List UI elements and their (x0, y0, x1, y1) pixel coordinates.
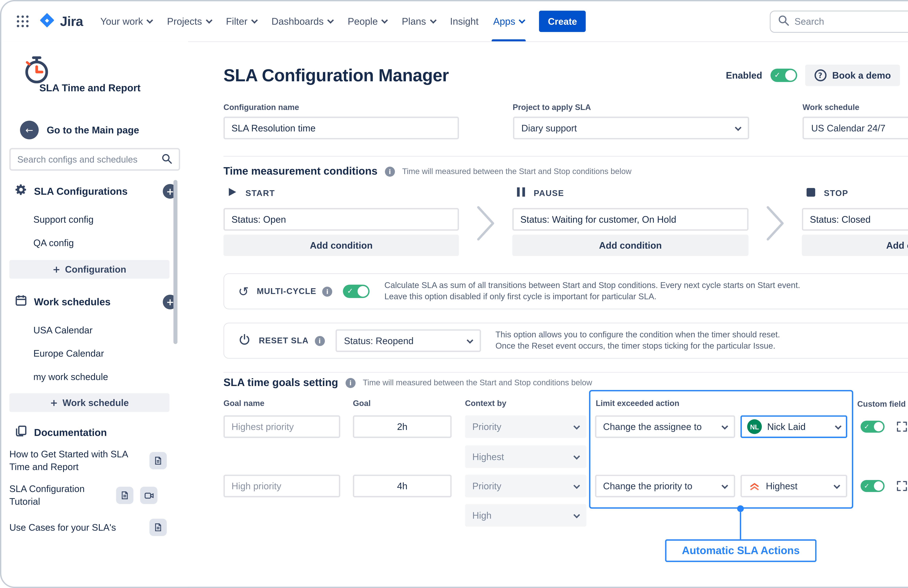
priority-highest-icon (749, 480, 760, 492)
doc-link-get-started[interactable]: How to Get Started with SLA Time and Rep… (9, 448, 179, 474)
goal-name-input-row2[interactable] (224, 475, 340, 498)
add-work-schedule-button[interactable]: + Work schedule (9, 393, 169, 412)
documents-icon (15, 425, 27, 440)
assignee-avatar: NL (747, 419, 762, 434)
add-configuration-button[interactable]: + Configuration (9, 260, 169, 279)
start-condition-panel: START Add condition (224, 187, 459, 256)
chevron-down-icon (721, 423, 728, 429)
search-input[interactable] (794, 16, 908, 27)
reset-sla-label: RESET SLA (259, 336, 309, 345)
sla-app-name: SLA Time and Report (39, 82, 140, 93)
sidebar-item-europe-calendar[interactable]: Europe Calendar (34, 348, 104, 359)
goal-value-input-row2[interactable] (353, 475, 452, 498)
chevron-down-icon (573, 453, 580, 459)
multi-cycle-toggle[interactable]: ✓ (343, 285, 370, 298)
doc-link-use-cases[interactable]: Use Cases for your SLA's (9, 519, 179, 536)
article-icon (150, 519, 167, 536)
start-add-condition-button[interactable]: Add condition (224, 235, 459, 256)
article-icon (116, 487, 134, 504)
chevron-down-icon (734, 124, 741, 130)
stop-add-condition-button[interactable]: Add condition (802, 235, 908, 256)
custom-field-toggle-row1[interactable]: ✓ (861, 421, 885, 433)
context-value-select-row1[interactable]: Highest (465, 445, 586, 468)
assignee-select-row1[interactable]: NLNick Laid (741, 415, 847, 438)
divider (224, 156, 908, 157)
sidebar-scrollbar[interactable] (174, 180, 177, 344)
info-icon[interactable]: i (345, 378, 356, 388)
nav-projects[interactable]: Projects (160, 1, 218, 41)
gear-icon (15, 183, 27, 199)
enabled-toggle[interactable]: ✓ (770, 69, 797, 82)
nav-your-work[interactable]: Your work (94, 1, 159, 41)
chevron-down-icon (834, 482, 840, 488)
chevron-down-icon (573, 511, 580, 518)
app-switcher-icon[interactable] (12, 11, 34, 32)
custom-field-toggle-row2[interactable]: ✓ (861, 480, 885, 492)
book-demo-button[interactable]: ? Book a demo (805, 64, 900, 86)
top-navigation: Jira Your work Projects Filter Dashboard… (1, 1, 908, 41)
pause-condition-panel: PAUSE Add condition (512, 187, 749, 256)
doc-link-configuration-tutorial[interactable]: SLA Configuration Tutorial (9, 483, 179, 508)
nav-apps[interactable]: Apps (486, 1, 531, 41)
chevron-down-icon (382, 17, 388, 23)
jira-logo-icon (39, 11, 55, 31)
back-arrow-icon: ← (20, 120, 39, 140)
conditions-row: START Add condition PAUSE Add condition (224, 187, 908, 256)
work-schedule-label: Work schedule (802, 103, 908, 112)
start-condition-input[interactable] (224, 208, 459, 231)
sidebar-item-qa-config[interactable]: QA config (34, 238, 74, 248)
pause-condition-input[interactable] (512, 208, 749, 231)
expand-icon-row1[interactable] (895, 419, 908, 434)
info-icon[interactable]: i (322, 286, 332, 296)
limit-action-select-row2[interactable]: Change the priority to (595, 475, 735, 498)
sidebar-item-support-config[interactable]: Support config (34, 214, 94, 225)
sidebar-search[interactable] (9, 148, 180, 171)
create-button[interactable]: Create (539, 11, 586, 32)
expand-icon-row2[interactable] (895, 479, 908, 493)
sidebar-item-my-work-schedule[interactable]: my work schedule (34, 371, 108, 382)
arrow-separator-icon (459, 187, 512, 242)
nav-plans[interactable]: Plans (395, 1, 442, 41)
limit-action-select-row1[interactable]: Change the assignee to (595, 415, 735, 438)
sidebar-search-input[interactable] (18, 154, 155, 164)
nav-filter[interactable]: Filter (219, 1, 264, 41)
priority-select-row2[interactable]: Highest (741, 475, 847, 498)
nav-dashboards[interactable]: Dashboards (265, 1, 340, 41)
documentation-section-header: Documentation (15, 425, 177, 440)
global-search[interactable] (770, 10, 908, 32)
chevron-down-icon (573, 423, 580, 429)
context-field-select-row2[interactable]: Priority (465, 475, 586, 498)
enabled-label: Enabled (726, 70, 762, 81)
project-select[interactable]: Diary support (513, 117, 749, 140)
calendar-icon (15, 294, 27, 309)
time-conditions-title: Time measurement conditions (224, 165, 378, 177)
jira-wordmark: Jira (60, 14, 83, 29)
multi-cycle-description: Calculate SLA as sum of all transitions … (385, 280, 800, 303)
pause-add-condition-button[interactable]: Add condition (512, 235, 749, 256)
stop-condition-panel: STOP Add condition (802, 187, 908, 256)
stop-condition-input[interactable] (802, 208, 908, 231)
reset-condition-select[interactable]: Status: Reopend (335, 329, 481, 352)
context-field-select-row1[interactable]: Priority (465, 415, 586, 438)
configuration-name-input[interactable] (224, 117, 459, 140)
sla-goals-section: SLA time goals setting i Time will measu… (224, 372, 908, 587)
chevron-down-icon (251, 17, 258, 23)
chevron-down-icon (573, 482, 580, 488)
go-to-main-page-link[interactable]: ← Go to the Main page (20, 120, 139, 140)
work-schedules-section-header: Work schedules + (15, 294, 177, 309)
nav-insight[interactable]: Insight (443, 1, 485, 41)
chevron-down-icon (835, 423, 842, 429)
jira-logo[interactable]: Jira (39, 11, 83, 31)
context-value-select-row2[interactable]: High (465, 504, 586, 527)
plus-icon: + (50, 397, 58, 408)
project-label: Project to apply SLA (513, 103, 749, 112)
goal-name-input-row1[interactable] (224, 415, 340, 438)
chevron-down-icon (327, 17, 334, 23)
info-icon[interactable]: i (315, 336, 325, 346)
goal-value-input-row1[interactable] (353, 415, 452, 438)
work-schedule-select[interactable]: US Calendar 24/7 (802, 117, 908, 140)
sidebar-item-usa-calendar[interactable]: USA Calendar (34, 325, 93, 336)
sidebar: SLA Time and Report ← Go to the Main pag… (1, 42, 188, 587)
info-icon[interactable]: i (385, 166, 395, 177)
nav-people[interactable]: People (341, 1, 394, 41)
